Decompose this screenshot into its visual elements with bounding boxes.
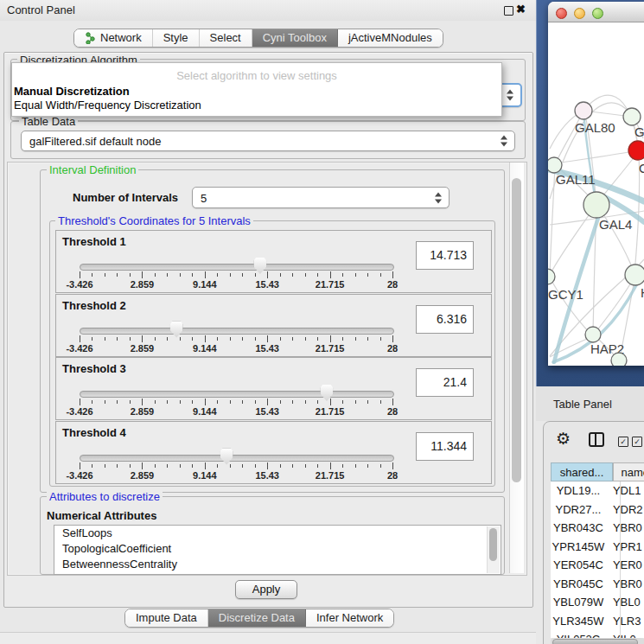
cell-name[interactable]: YPR1 <box>606 538 644 557</box>
table-data-value: galFiltered.sif default node <box>29 135 161 148</box>
control-panel-titlebar: Control Panel ✖ <box>0 0 536 21</box>
table-row[interactable]: YDR27...YDR2 <box>551 501 644 520</box>
attribute-list-item[interactable]: TopologicalCoefficient <box>54 541 501 557</box>
attribute-list-item[interactable]: BetweennessCentrality <box>54 557 501 572</box>
dropdown-item-manual-discretization[interactable]: Manual Discretization <box>14 85 130 98</box>
table-row[interactable]: YBL079WYBL0 <box>551 593 644 612</box>
network-node-gal11[interactable] <box>548 157 562 173</box>
network-node-gcy1[interactable] <box>548 269 555 284</box>
threshold-3-slider-track[interactable] <box>80 391 394 398</box>
network-node-hap2[interactable] <box>585 327 601 342</box>
table-rows[interactable]: YDL19...YDL1YDR27...YDR2YBR043CYBR0YPR14… <box>551 481 644 638</box>
column-layout-icon[interactable] <box>589 432 604 447</box>
cell-name[interactable]: YBR0 <box>606 575 644 594</box>
threshold-2-slider-track[interactable] <box>80 328 394 335</box>
cell-name[interactable]: YDL1 <box>606 481 644 501</box>
cell-shared-name[interactable]: YDL19... <box>551 481 606 501</box>
tab-impute-data[interactable]: Impute Data <box>125 609 208 627</box>
cell-shared-name[interactable]: YPR145W <box>551 538 606 557</box>
table-row[interactable]: YLR345WYLR3 <box>551 612 644 631</box>
scrollbar-thumb[interactable] <box>552 639 638 644</box>
network-node-c[interactable] <box>628 141 644 160</box>
network-node-unlabeled[interactable] <box>611 353 627 366</box>
cell-shared-name[interactable]: YBR043C <box>551 519 606 538</box>
network-edge[interactable] <box>550 207 595 275</box>
tick-mark <box>242 464 243 468</box>
table-row[interactable]: YPR145WYPR1 <box>551 538 644 557</box>
table-row[interactable]: YIL052CYIL0 <box>551 630 644 638</box>
network-edge[interactable] <box>555 111 583 165</box>
threshold-3-value-field[interactable]: 21.4 <box>416 368 474 397</box>
tab-style[interactable]: Style <box>153 29 200 47</box>
scrollbar-thumb[interactable] <box>489 528 497 561</box>
network-edge[interactable] <box>556 150 637 163</box>
zoom-traffic-light-icon[interactable] <box>592 8 603 19</box>
table-data-combobox[interactable]: galFiltered.sif default node <box>21 131 515 151</box>
tick-mark <box>155 400 156 404</box>
threshold-4-value-field[interactable]: 11.344 <box>416 432 474 461</box>
table-data-legend: Table Data <box>19 115 78 128</box>
tab-select[interactable]: Select <box>200 29 252 47</box>
network-node-ga[interactable] <box>623 108 641 125</box>
network-node-gal80[interactable] <box>575 102 592 119</box>
dropdown-item-equal-width-frequency[interactable]: Equal Width/Frequency Discretization <box>14 99 201 112</box>
close-icon[interactable]: ✖ <box>516 3 526 16</box>
float-panel-icon[interactable] <box>504 6 513 16</box>
cell-name[interactable]: YBR0 <box>606 519 644 538</box>
table-row[interactable]: YBR045CYBR0 <box>551 575 644 594</box>
number-of-intervals-combobox[interactable]: 5 <box>192 187 450 208</box>
tab-network[interactable]: Network <box>74 29 153 47</box>
table-horizontal-scrollbar[interactable] <box>551 638 644 644</box>
checkbox-icon[interactable]: ✓ <box>618 437 628 447</box>
close-traffic-light-icon[interactable] <box>556 8 567 19</box>
tab-cyni-toolbox[interactable]: Cyni Toolbox <box>252 29 338 47</box>
checkbox-icon[interactable]: ✓ <box>632 437 642 447</box>
threshold-1-slider-track[interactable] <box>80 264 394 271</box>
cell-name[interactable]: YBL0 <box>606 593 644 612</box>
threshold-4-label: Threshold 4 <box>62 426 126 439</box>
tick-mark <box>305 464 306 468</box>
numerical-attributes-list[interactable]: SelfLoopsTopologicalCoefficientBetweenne… <box>54 525 501 575</box>
threshold-2-value-field[interactable]: 6.316 <box>416 305 474 334</box>
attribute-list-item[interactable]: SelfLoops <box>54 526 501 541</box>
tick-mark <box>142 271 143 278</box>
scrollbar-thumb[interactable] <box>512 178 521 482</box>
table-row[interactable]: YER054CYER0 <box>551 556 644 575</box>
table-row[interactable]: YDL19...YDL1 <box>551 481 644 501</box>
list-vertical-scrollbar[interactable] <box>487 526 500 573</box>
tab-jactivemnodules[interactable]: jActiveMNodules <box>338 29 443 47</box>
cell-name[interactable]: YDR2 <box>606 501 644 520</box>
cell-shared-name[interactable]: YER054C <box>551 556 606 575</box>
cell-name[interactable]: YIL0 <box>606 630 644 638</box>
cell-shared-name[interactable]: YLR345W <box>551 612 606 631</box>
network-edge[interactable] <box>550 167 555 275</box>
apply-button[interactable]: Apply <box>235 580 297 599</box>
tick-mark <box>280 337 281 341</box>
tab-infer-network[interactable]: Infer Network <box>306 609 393 627</box>
threshold-4-slider-track[interactable] <box>80 455 394 462</box>
cell-name[interactable]: YLR3 <box>606 612 644 631</box>
network-view-window[interactable]: GAL80GACGAL11GAL4GCY1HHAP2 <box>548 2 644 366</box>
tick-mark <box>130 273 131 277</box>
tick-mark <box>367 273 368 277</box>
network-node-gal4[interactable] <box>583 192 609 218</box>
gear-icon[interactable]: ⚙ <box>556 429 571 449</box>
network-window-titlebar[interactable] <box>548 2 644 22</box>
settings-vertical-scrollbar[interactable] <box>509 163 524 573</box>
cell-shared-name[interactable]: YIL052C <box>551 630 606 638</box>
network-node-h[interactable] <box>625 265 644 285</box>
tab-discretize-data[interactable]: Discretize Data <box>208 609 306 627</box>
column-header-shared-name[interactable]: shared... <box>551 462 613 481</box>
cell-shared-name[interactable]: YDR27... <box>551 501 606 520</box>
number-of-intervals-value: 5 <box>201 191 207 204</box>
cell-name[interactable]: YER0 <box>606 556 644 575</box>
column-header-name[interactable]: name <box>613 462 644 481</box>
threshold-1-value-field[interactable]: 14.713 <box>416 241 474 270</box>
minimize-traffic-light-icon[interactable] <box>574 8 585 19</box>
cell-shared-name[interactable]: YBL079W <box>551 593 606 612</box>
tick-mark <box>105 464 105 468</box>
cell-shared-name[interactable]: YBR045C <box>551 575 606 594</box>
table-row[interactable]: YBR043CYBR0 <box>551 519 644 538</box>
network-canvas[interactable]: GAL80GACGAL11GAL4GCY1HHAP2 <box>548 22 644 366</box>
tick-mark <box>217 273 218 277</box>
